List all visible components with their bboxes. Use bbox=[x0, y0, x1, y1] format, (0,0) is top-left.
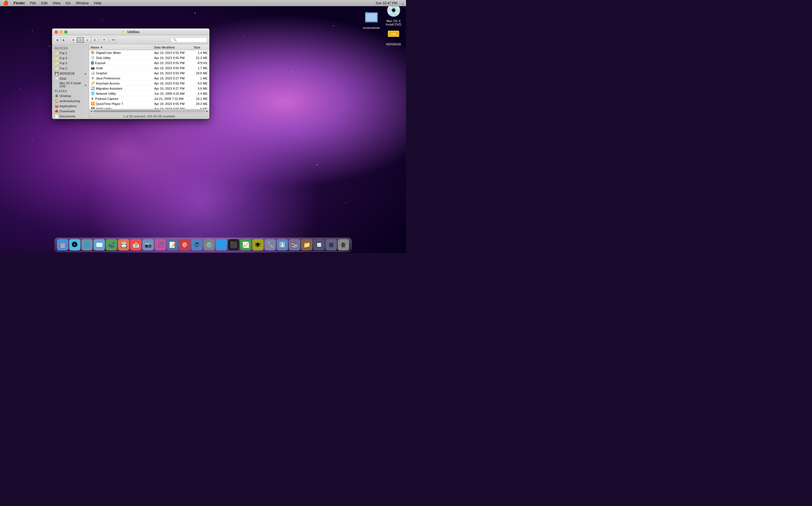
file-row-3[interactable]: 📸 Grab Apr 19, 2023 9:55 PM 1.7 ME bbox=[89, 66, 209, 71]
file-row-2[interactable]: 🖼 Exposé Apr 19, 2023 9:55 PM 479 KE bbox=[89, 61, 209, 66]
status-text: 1 of 26 selected, 205.94 GB available bbox=[123, 114, 175, 118]
dock-item-chrome[interactable]: 🌐 bbox=[216, 239, 227, 250]
sidebar-wd500gb[interactable]: 💾 WD500GB ⏏ bbox=[52, 71, 89, 76]
dock-item-expose-all-windows[interactable]: ⊞ bbox=[326, 239, 337, 250]
dock-item-finder[interactable]: 🤖 bbox=[57, 239, 68, 250]
gear-button[interactable]: ⚙▾ bbox=[109, 37, 117, 43]
horizontal-scrollbar[interactable]: ◀ ▶ bbox=[89, 109, 209, 113]
sidebar-downloads[interactable]: 📥 Downloads bbox=[52, 109, 89, 114]
menubar-time: Sun 10:47 PM bbox=[376, 1, 397, 5]
view-buttons: ⊞ ≡ ⫼ ⧉ bbox=[70, 37, 98, 43]
date-column-header[interactable]: Date Modified bbox=[152, 45, 192, 50]
file-row-9[interactable]: 🎙 Podcast Capture Jul 21, 2009 7:31 AM 1… bbox=[89, 96, 209, 101]
file-row-5[interactable]: ☕ Java Preferences Apr 19, 2023 9:27 PM … bbox=[89, 76, 209, 81]
dock-item-iphoto[interactable]: 📷 bbox=[142, 239, 154, 250]
dock-item-mail[interactable]: ✉️ bbox=[94, 239, 105, 250]
fro4-icon: 📁 bbox=[55, 56, 59, 60]
dock-item-trash[interactable]: 🗑 bbox=[338, 239, 349, 250]
menubar-help[interactable]: Help bbox=[92, 1, 104, 5]
back-button[interactable]: ◀ bbox=[54, 37, 60, 43]
dock-item-system-prefs[interactable]: ⚙️ bbox=[204, 239, 215, 250]
file-row-11[interactable]: 💾 RAID Utility Apr 19, 2023 9:55 PM 6 ME bbox=[89, 106, 209, 109]
scrollbar-track[interactable] bbox=[93, 110, 205, 112]
file-row-0[interactable]: 🎨 DigitalColor Meter Apr 19, 2023 9:55 P… bbox=[89, 50, 209, 55]
desktop-icon-screenshots[interactable]: screenshots bbox=[360, 9, 383, 29]
dock-item-downloads-dock[interactable]: ⬇️ bbox=[277, 239, 288, 250]
size-column-header[interactable]: Size bbox=[192, 45, 209, 50]
menubar-view[interactable]: View bbox=[50, 1, 63, 5]
menubar-window[interactable]: Window bbox=[73, 1, 91, 5]
dock-icon-system-prefs: ⚙️ bbox=[204, 239, 215, 250]
dock-item-dart[interactable]: 🎯 bbox=[179, 239, 191, 250]
file-row-8[interactable]: 🌐 Network Utility Jun 25, 2009 4:25 AM 2… bbox=[89, 91, 209, 96]
scroll-left-arrow[interactable]: ◀ bbox=[90, 110, 92, 112]
dock-item-network-preferences[interactable]: 🌐 bbox=[81, 239, 93, 250]
file-row-10[interactable]: ▶️ QuickTime Player 7 Apr 19, 2023 9:55 … bbox=[89, 101, 209, 106]
dock-icon-app-store: 🅐 bbox=[69, 239, 81, 250]
menubar-finder[interactable]: Finder bbox=[11, 1, 27, 5]
apple-menu[interactable]: 🍎 bbox=[0, 0, 11, 6]
dvd-eject-icon[interactable]: ⏏ bbox=[84, 83, 87, 86]
file-icon: 🎨 bbox=[91, 51, 95, 55]
eye-button[interactable]: 👁 bbox=[100, 37, 108, 43]
menubar-right: Sun 10:47 PM 🔍 bbox=[376, 1, 406, 5]
wd500gb-icon: USB bbox=[386, 25, 401, 41]
dock-item-activity-monitor[interactable]: 📈 bbox=[240, 239, 252, 250]
dock-item-utilities[interactable]: 🔧 bbox=[265, 239, 276, 250]
sidebar-fro4[interactable]: 📁 Frø 4 bbox=[52, 56, 89, 61]
dock-item-calendar[interactable]: 📅 bbox=[130, 239, 142, 250]
dock-item-stack2[interactable]: 📁 bbox=[301, 239, 313, 250]
file-name: QuickTime Player 7 bbox=[96, 102, 123, 105]
sidebar-idisk[interactable]: ☁️ iDisk bbox=[52, 76, 89, 81]
scroll-right-arrow[interactable]: ▶ bbox=[206, 110, 208, 112]
sidebar-documents1[interactable]: 📄 Documents bbox=[52, 114, 89, 119]
menubar-file[interactable]: File bbox=[28, 1, 38, 5]
sidebar-mac-dvd[interactable]: 💿 Mac OS X Install DVD ⏏ bbox=[52, 81, 89, 88]
dock-item-terminal[interactable]: ⬛ bbox=[228, 239, 239, 250]
search-bar[interactable]: 🔍 bbox=[171, 37, 208, 43]
file-row-6[interactable]: 🔑 Keychain Access Apr 19, 2023 9:55 PM 9… bbox=[89, 81, 209, 86]
column-view-button[interactable]: ⫼ bbox=[84, 37, 91, 43]
sidebar-fro1[interactable]: 📁 Frø 1 bbox=[52, 51, 89, 56]
dock-item-iwork[interactable]: 📝 bbox=[167, 239, 178, 250]
dock-item-itunes[interactable]: 🎵 bbox=[155, 239, 166, 250]
documents1-icon: 📄 bbox=[55, 114, 59, 118]
dock-item-address-book[interactable]: 📇 bbox=[118, 239, 129, 250]
file-size: 29.8 ME bbox=[192, 72, 209, 75]
dvd-label: Mac OS X Install DVD bbox=[382, 19, 405, 26]
forward-button[interactable]: ▶ bbox=[61, 37, 67, 43]
scrollbar-thumb[interactable] bbox=[94, 110, 160, 112]
sidebar-applications[interactable]: 📦 Applications bbox=[52, 103, 89, 109]
dock-item-app-store[interactable]: 🅐 bbox=[69, 239, 81, 250]
desktop-icon-wd500gb[interactable]: USB WD500GB bbox=[382, 25, 405, 46]
dock-item-facetime[interactable]: 📹 bbox=[106, 239, 117, 250]
dock-icon-chrome: 🌐 bbox=[216, 239, 227, 250]
name-column-header[interactable]: Name ▼ bbox=[89, 45, 152, 50]
file-row-7[interactable]: 🔄 Migration Assistant Apr 19, 2023 9:27 … bbox=[89, 86, 209, 91]
sidebar-fro3[interactable]: 📁 Frø 3 bbox=[52, 61, 89, 66]
menubar-edit[interactable]: Edit bbox=[39, 1, 50, 5]
status-bar: 1 of 26 selected, 205.94 GB available bbox=[89, 113, 209, 119]
sidebar-andreashysing[interactable]: 🏠 andreashysing bbox=[52, 98, 89, 103]
wd500gb-label: WD500GB bbox=[386, 43, 401, 46]
dock-item-stack1[interactable]: 📚 bbox=[289, 239, 300, 250]
menubar-go[interactable]: Go bbox=[63, 1, 73, 5]
coverflow-view-button[interactable]: ⧉ bbox=[91, 37, 98, 43]
close-button[interactable] bbox=[55, 30, 58, 34]
file-row-4[interactable]: 📊 Grapher Apr 19, 2023 9:55 PM 29.8 ME bbox=[89, 71, 209, 76]
file-date: Apr 19, 2023 9:27 PM bbox=[152, 87, 192, 90]
menubar-search[interactable]: 🔍 bbox=[400, 1, 404, 5]
file-date: Apr 19, 2023 9:55 PM bbox=[152, 102, 192, 105]
dock-item-little-snitch[interactable]: 🕷 bbox=[252, 239, 264, 250]
sidebar-desktop[interactable]: 🖥 Desktop bbox=[52, 93, 89, 98]
file-row-1[interactable]: 💿 Disk Utility Apr 19, 2023 9:55 PM 31.3… bbox=[89, 55, 209, 61]
dock-item-time-machine[interactable]: ⏱ bbox=[191, 239, 203, 250]
minimize-button[interactable] bbox=[59, 30, 63, 34]
maximize-button[interactable] bbox=[64, 30, 68, 34]
dock-icon-itunes: 🎵 bbox=[155, 239, 166, 250]
dock-item-spaces[interactable]: 🔲 bbox=[314, 239, 325, 250]
wd500gb-eject-icon[interactable]: ⏏ bbox=[84, 72, 87, 75]
icon-view-button[interactable]: ⊞ bbox=[70, 37, 77, 43]
sidebar-fro2[interactable]: 📁 Frø 2 bbox=[52, 66, 89, 71]
list-view-button[interactable]: ≡ bbox=[77, 37, 84, 43]
